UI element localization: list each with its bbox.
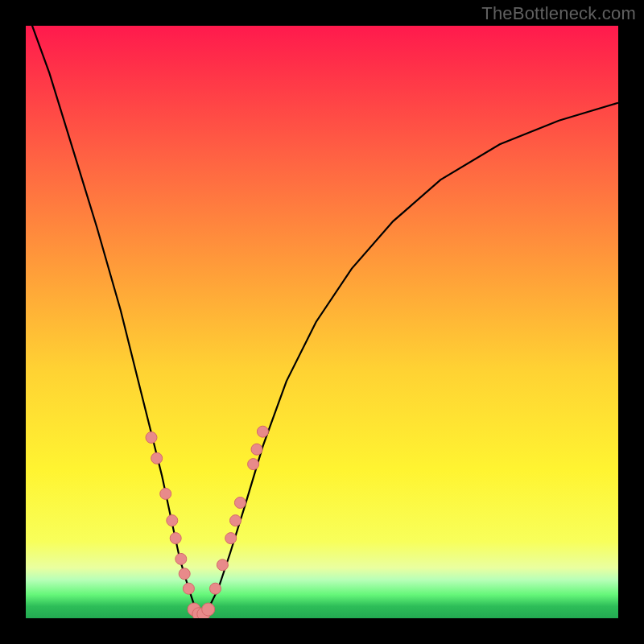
marker-dots — [146, 426, 268, 618]
marker-dot — [183, 583, 194, 594]
marker-dot — [248, 459, 259, 470]
marker-dot — [217, 559, 228, 571]
marker-dot — [170, 533, 181, 544]
marker-dot — [225, 533, 237, 544]
marker-dot — [175, 553, 187, 564]
marker-dot — [234, 497, 246, 509]
marker-dot — [251, 444, 262, 455]
marker-dot — [179, 568, 190, 580]
marker-dot — [230, 515, 242, 526]
plot-area — [26, 26, 618, 618]
marker-dot — [160, 488, 171, 499]
curve-layer — [26, 26, 618, 618]
watermark-text: TheBottleneck.com — [481, 3, 636, 24]
marker-dot — [151, 452, 163, 464]
marker-dot — [257, 426, 268, 437]
marker-dot — [146, 432, 157, 444]
chart-frame: TheBottleneck.com — [0, 0, 644, 644]
marker-dot — [202, 603, 215, 616]
marker-dot — [210, 583, 221, 594]
bottleneck-curve — [26, 26, 618, 615]
marker-dot — [167, 515, 178, 526]
